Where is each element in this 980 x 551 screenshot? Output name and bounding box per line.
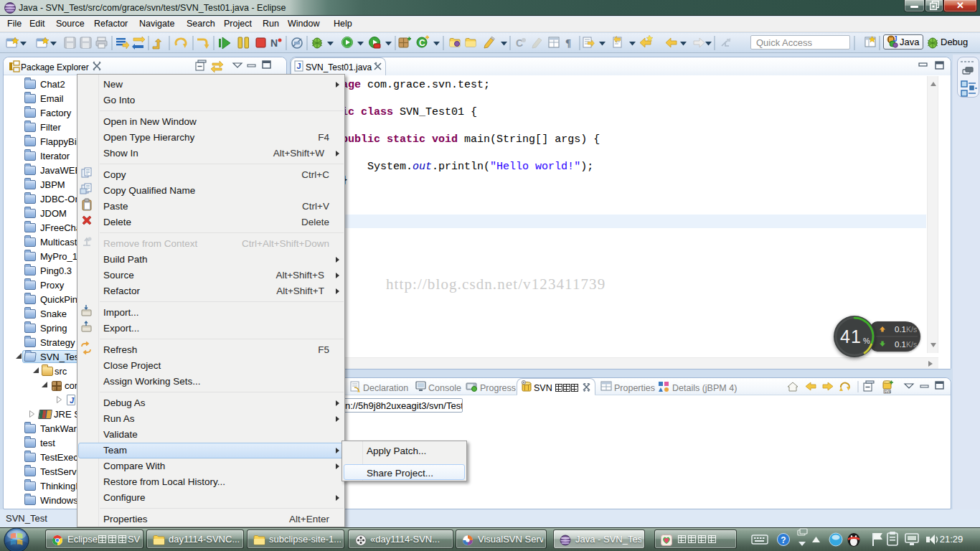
- svg-text:J: J: [297, 62, 301, 70]
- svg-text:0.1K/s: 0.1K/s: [895, 340, 917, 349]
- svg-text:?: ?: [781, 535, 786, 545]
- svg-text:¶: ¶: [565, 37, 571, 49]
- svg-text:SVN: SVN: [885, 390, 891, 394]
- svg-text:J: J: [893, 35, 897, 43]
- svg-text:0.1K/s: 0.1K/s: [895, 325, 917, 334]
- svg-text:C: C: [419, 38, 425, 48]
- svg-text:N: N: [270, 37, 278, 49]
